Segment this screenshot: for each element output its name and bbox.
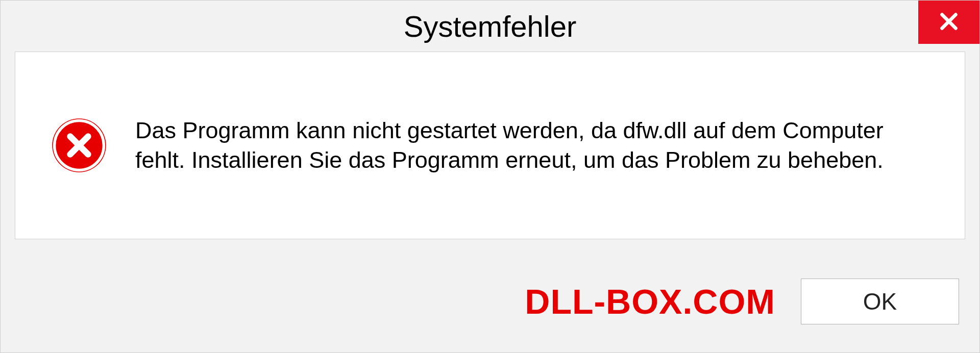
content-box: Das Programm kann nicht gestartet werden…: [15, 52, 965, 239]
titlebar: Systemfehler: [1, 1, 979, 52]
error-icon: [51, 117, 107, 173]
close-icon: [937, 10, 961, 35]
system-error-dialog: Systemfehler Das Programm kann nicht ges…: [0, 0, 980, 353]
dialog-footer: DLL-BOX.COM OK: [1, 250, 979, 352]
dialog-title: Systemfehler: [404, 9, 576, 43]
error-message: Das Programm kann nicht gestartet werden…: [135, 116, 929, 175]
ok-button[interactable]: OK: [801, 279, 959, 324]
close-button[interactable]: [918, 1, 979, 44]
watermark-text: DLL-BOX.COM: [525, 282, 775, 321]
